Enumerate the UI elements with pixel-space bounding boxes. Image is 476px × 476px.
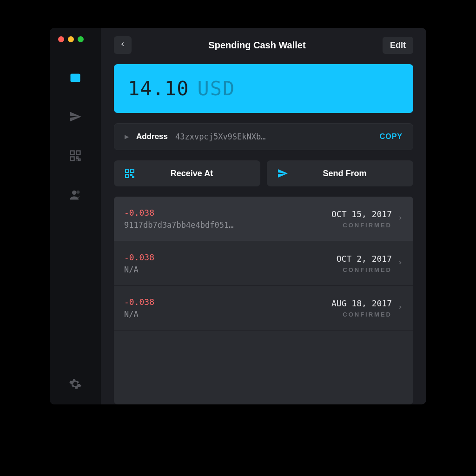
qr-icon	[69, 149, 82, 164]
svg-rect-2	[71, 151, 74, 155]
contacts-icon	[69, 188, 82, 203]
svg-point-6	[76, 191, 79, 194]
svg-rect-1	[71, 74, 80, 76]
receive-button[interactable]: Receive At	[114, 160, 260, 186]
sidebar-item-qr[interactable]	[67, 148, 84, 165]
balance-card: 14.10 USD	[114, 64, 413, 113]
edit-button[interactable]: Edit	[383, 37, 413, 54]
address-label: Address	[136, 132, 168, 141]
transaction-date: OCT 15, 2017	[331, 209, 392, 219]
transaction-info: -0.038 N/A	[124, 297, 331, 319]
balance-amount: 14.10	[128, 77, 189, 100]
transaction-amount: -0.038	[124, 297, 331, 307]
header: Spending Cash Wallet Edit	[114, 36, 413, 54]
page-title: Spending Cash Wallet	[132, 40, 383, 51]
sidebar-item-send[interactable]	[67, 109, 84, 126]
chevron-right-icon	[397, 258, 403, 269]
window-controls	[50, 36, 84, 42]
fullscreen-window-button[interactable]	[78, 36, 84, 42]
action-buttons: Receive At Send From	[114, 160, 413, 186]
svg-rect-3	[76, 151, 80, 155]
transaction-date: OCT 2, 2017	[337, 254, 392, 264]
chevron-left-icon	[119, 40, 126, 50]
transaction-amount: -0.038	[124, 252, 337, 262]
chevron-right-icon	[397, 214, 403, 224]
transaction-hash: N/A	[124, 310, 331, 319]
svg-rect-4	[71, 157, 74, 160]
main-content: Spending Cash Wallet Edit 14.10 USD ▶ Ad…	[101, 28, 426, 404]
sidebar-item-wallet[interactable]	[67, 70, 84, 87]
chevron-right-icon	[397, 303, 403, 313]
transaction-info: -0.038 9117db7d3a7bb4e4bdf051…	[124, 208, 331, 230]
sidebar	[50, 28, 101, 404]
minimize-window-button[interactable]	[68, 36, 74, 42]
balance-currency: USD	[197, 77, 235, 100]
send-label: Send From	[286, 169, 403, 178]
svg-point-5	[72, 191, 76, 195]
send-button[interactable]: Send From	[267, 160, 413, 186]
transaction-meta: OCT 2, 2017 CONFIRMED	[337, 254, 392, 273]
sidebar-item-settings[interactable]	[67, 377, 84, 393]
transaction-status: CONFIRMED	[331, 222, 392, 229]
transaction-list: -0.038 9117db7d3a7bb4e4bdf051… OCT 15, 2…	[114, 197, 413, 404]
transaction-row[interactable]: -0.038 N/A AUG 18, 2017 CONFIRMED	[114, 286, 413, 331]
svg-rect-7	[126, 169, 129, 172]
wallet-icon	[69, 71, 82, 86]
receive-label: Receive At	[133, 169, 250, 178]
transaction-info: -0.038 N/A	[124, 252, 337, 274]
copy-button[interactable]: COPY	[380, 132, 403, 141]
app-window: Spending Cash Wallet Edit 14.10 USD ▶ Ad…	[50, 28, 426, 404]
transaction-date: AUG 18, 2017	[331, 298, 392, 308]
transaction-hash: N/A	[124, 265, 337, 274]
transaction-amount: -0.038	[124, 208, 331, 218]
close-window-button[interactable]	[58, 36, 64, 42]
disclosure-triangle-icon: ▶	[125, 133, 129, 140]
transaction-row[interactable]: -0.038 9117db7d3a7bb4e4bdf051… OCT 15, 2…	[114, 197, 413, 241]
svg-rect-9	[126, 174, 129, 178]
send-icon	[69, 110, 82, 125]
address-value: 43zxvpcj5Xv9SEkNXb…	[175, 132, 372, 141]
transaction-hash: 9117db7d3a7bb4e4bdf051…	[124, 220, 331, 230]
transaction-status: CONFIRMED	[331, 311, 392, 318]
sidebar-item-contacts[interactable]	[67, 187, 84, 204]
gear-icon	[69, 377, 82, 392]
transaction-meta: OCT 15, 2017 CONFIRMED	[331, 209, 392, 229]
transaction-status: CONFIRMED	[337, 266, 392, 273]
transaction-meta: AUG 18, 2017 CONFIRMED	[331, 298, 392, 318]
address-row[interactable]: ▶ Address 43zxvpcj5Xv9SEkNXb… COPY	[114, 123, 413, 150]
back-button[interactable]	[114, 36, 132, 54]
transaction-row[interactable]: -0.038 N/A OCT 2, 2017 CONFIRMED	[114, 241, 413, 286]
